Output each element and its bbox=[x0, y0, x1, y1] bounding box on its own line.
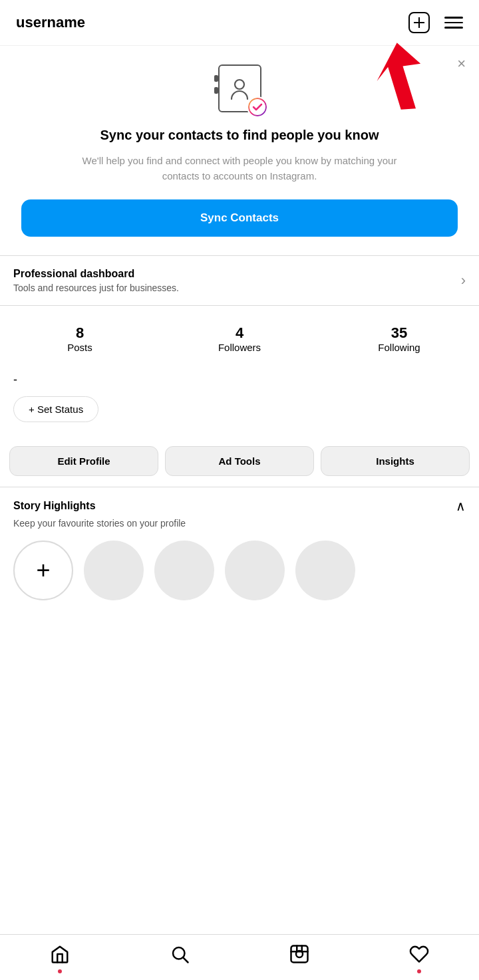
sync-icon-wrapper bbox=[21, 64, 458, 112]
hamburger-icon bbox=[444, 17, 463, 29]
sync-title: Sync your contacts to find people you kn… bbox=[21, 126, 458, 144]
story-highlights-title: Story Highlights bbox=[13, 500, 96, 512]
reels-icon bbox=[289, 944, 309, 967]
sync-contacts-button[interactable]: Sync Contacts bbox=[21, 199, 458, 237]
search-icon bbox=[170, 944, 190, 967]
nav-activity[interactable] bbox=[409, 944, 429, 967]
close-banner-button[interactable]: × bbox=[457, 57, 466, 71]
following-count: 35 bbox=[319, 324, 479, 342]
profile-info-section: - + Set Status bbox=[0, 366, 479, 435]
highlight-item-2[interactable] bbox=[154, 541, 214, 600]
nav-reels[interactable] bbox=[289, 944, 309, 967]
svg-point-1 bbox=[235, 80, 244, 89]
set-status-button[interactable]: + Set Status bbox=[13, 396, 98, 422]
home-active-dot bbox=[58, 969, 62, 973]
followers-label: Followers bbox=[160, 342, 319, 353]
svg-rect-5 bbox=[291, 946, 308, 963]
pro-dashboard-subtitle: Tools and resources just for businesses. bbox=[13, 283, 179, 293]
bottom-navigation bbox=[0, 934, 479, 980]
nav-search[interactable] bbox=[170, 944, 190, 967]
profile-username: username bbox=[16, 14, 85, 31]
following-stat[interactable]: 35 Following bbox=[319, 324, 479, 353]
pro-dashboard-text: Professional dashboard Tools and resourc… bbox=[13, 268, 179, 293]
story-highlights-section: Story Highlights ∧ Keep your favourite s… bbox=[0, 487, 479, 614]
svg-line-4 bbox=[184, 958, 188, 963]
profile-action-buttons: Edit Profile Ad Tools Insights bbox=[0, 435, 479, 487]
checkmark-badge bbox=[247, 96, 268, 118]
following-label: Following bbox=[319, 342, 479, 353]
highlights-circles-row: + bbox=[13, 541, 466, 607]
top-navigation: username bbox=[0, 0, 479, 46]
ad-tools-button[interactable]: Ad Tools bbox=[165, 446, 314, 476]
profile-stats-row: 8 Posts 4 Followers 35 Following bbox=[0, 306, 479, 366]
sync-contacts-banner: × bbox=[0, 46, 479, 256]
home-icon bbox=[50, 944, 70, 967]
story-highlights-subtitle: Keep your favourite stories on your prof… bbox=[13, 518, 466, 529]
nav-home[interactable] bbox=[50, 944, 70, 967]
sync-description: We'll help you find and connect with peo… bbox=[73, 154, 406, 184]
chevron-right-icon: › bbox=[461, 272, 466, 289]
edit-profile-button[interactable]: Edit Profile bbox=[9, 446, 158, 476]
svg-point-2 bbox=[249, 98, 266, 116]
insights-button[interactable]: Insights bbox=[321, 446, 470, 476]
followers-stat[interactable]: 4 Followers bbox=[160, 324, 319, 353]
activity-active-dot bbox=[417, 969, 421, 973]
professional-dashboard[interactable]: Professional dashboard Tools and resourc… bbox=[0, 256, 479, 306]
posts-count: 8 bbox=[0, 324, 160, 342]
highlight-item-4[interactable] bbox=[295, 541, 355, 600]
heart-icon bbox=[409, 944, 429, 967]
highlight-item-1[interactable] bbox=[84, 541, 144, 600]
highlight-item-3[interactable] bbox=[225, 541, 285, 600]
top-nav-icons bbox=[408, 12, 463, 33]
person-icon bbox=[229, 76, 250, 100]
chevron-up-icon[interactable]: ∧ bbox=[456, 498, 466, 514]
plus-square-icon bbox=[408, 12, 430, 33]
posts-label: Posts bbox=[0, 342, 160, 353]
posts-stat[interactable]: 8 Posts bbox=[0, 324, 160, 353]
story-highlights-header: Story Highlights ∧ bbox=[13, 498, 466, 514]
profile-name-dash: - bbox=[13, 373, 466, 387]
add-post-button[interactable] bbox=[408, 12, 430, 33]
pro-dashboard-title: Professional dashboard bbox=[13, 268, 179, 280]
menu-button[interactable] bbox=[444, 17, 463, 29]
add-highlight-button[interactable]: + bbox=[13, 541, 73, 600]
followers-count: 4 bbox=[160, 324, 319, 342]
